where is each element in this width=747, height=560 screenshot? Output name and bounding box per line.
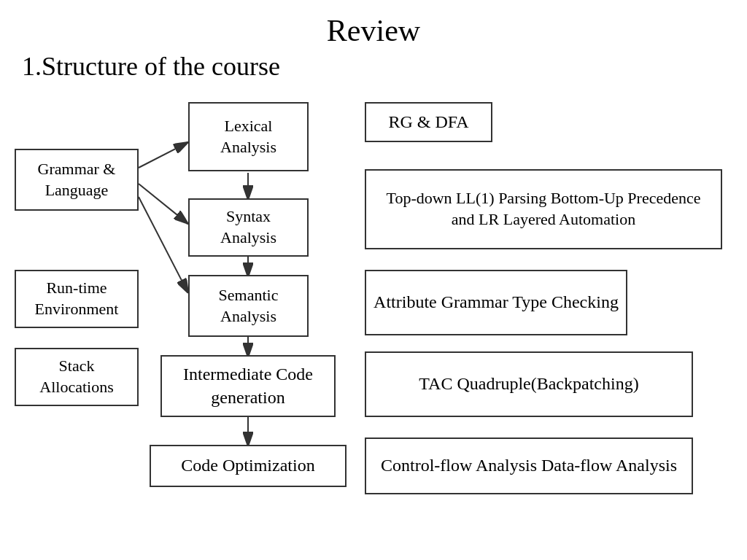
syntax-box: Syntax Analysis bbox=[188, 198, 309, 257]
page-title: Review bbox=[0, 0, 747, 51]
svg-line-1 bbox=[139, 142, 188, 168]
grammar-language-box: Grammar & Language bbox=[15, 149, 139, 211]
svg-line-3 bbox=[139, 197, 188, 293]
runtime-box: Run-time Environment bbox=[15, 270, 139, 328]
section-title: 1.Structure of the course bbox=[0, 51, 747, 89]
tac-box: TAC Quadruple(Backpatching) bbox=[365, 351, 693, 417]
lexical-box: Lexical Analysis bbox=[188, 102, 309, 171]
code-opt-box: Code Optimization bbox=[150, 445, 347, 487]
stack-box: Stack Allocations bbox=[15, 348, 139, 406]
diagram-area: Grammar & Language Run-time Environment … bbox=[0, 89, 747, 556]
control-flow-box: Control-flow Analysis Data-flow Analysis bbox=[365, 438, 693, 494]
semantic-box: Semantic Analysis bbox=[188, 275, 309, 337]
rg-dfa-box: RG & DFA bbox=[365, 102, 492, 142]
intermediate-box: Intermediate Code generation bbox=[160, 355, 336, 417]
attr-grammar-box: Attribute Grammar Type Checking bbox=[365, 270, 627, 335]
svg-line-2 bbox=[139, 184, 188, 224]
topdown-box: Top-down LL(1) Parsing Bottom-Up Precede… bbox=[365, 169, 722, 249]
